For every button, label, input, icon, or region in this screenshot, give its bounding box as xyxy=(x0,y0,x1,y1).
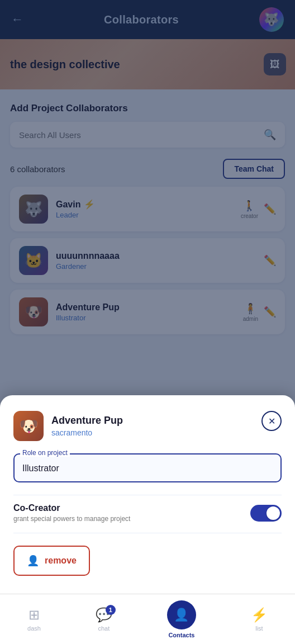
dash-icon: ⊞ xyxy=(28,607,40,623)
role-label: Role on project xyxy=(20,449,70,457)
dash-label: dash xyxy=(27,625,41,632)
contacts-active-circle: 👤 xyxy=(167,600,196,629)
nav-item-chat[interactable]: 💬 1 chat xyxy=(96,607,112,632)
bottom-nav: ⊞ dash 💬 1 chat 👤 Contacts ⚡ list xyxy=(0,594,295,644)
cocreator-toggle[interactable] xyxy=(250,505,282,522)
remove-label: remove xyxy=(45,556,77,566)
cocreator-title: Co-Creator xyxy=(13,503,130,513)
modal-user-details: Adventure Pup sacramento xyxy=(51,415,123,437)
modal-user-location: sacramento xyxy=(51,428,123,437)
cocreator-desc: grant special powers to manage project xyxy=(13,515,130,523)
nav-item-dash[interactable]: ⊞ dash xyxy=(27,607,41,632)
contacts-icon: 👤 xyxy=(174,608,189,622)
remove-button[interactable]: 👤 remove xyxy=(13,546,90,576)
role-input[interactable] xyxy=(13,453,282,482)
remove-person-icon: 👤 xyxy=(27,555,39,567)
nav-item-contacts[interactable]: 👤 Contacts xyxy=(167,600,196,638)
modal-avatar: 🐶 xyxy=(13,411,44,441)
list-label: list xyxy=(255,625,263,632)
cocreator-row: Co-Creator grant special powers to manag… xyxy=(13,495,282,533)
nav-item-list[interactable]: ⚡ list xyxy=(251,607,268,632)
modal-header: 🐶 Adventure Pup sacramento ✕ xyxy=(13,411,282,441)
modal-user-info: 🐶 Adventure Pup sacramento xyxy=(13,411,123,441)
cocreator-text: Co-Creator grant special powers to manag… xyxy=(13,503,130,523)
contacts-label: Contacts xyxy=(168,632,194,638)
chat-label: chat xyxy=(98,625,110,632)
chat-badge: 1 xyxy=(106,605,116,615)
role-field-wrapper: Role on project xyxy=(13,453,282,482)
toggle-knob xyxy=(267,506,280,520)
modal-user-name: Adventure Pup xyxy=(51,415,123,427)
modal-avatar-image: 🐶 xyxy=(13,411,44,441)
edit-collaborator-modal: 🐶 Adventure Pup sacramento ✕ Role on pro… xyxy=(0,395,295,594)
list-icon: ⚡ xyxy=(251,607,268,623)
modal-close-button[interactable]: ✕ xyxy=(261,411,282,431)
